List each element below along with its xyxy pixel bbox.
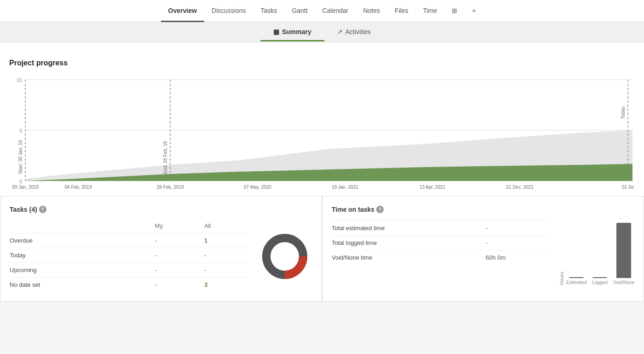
activities-icon: ↗ xyxy=(337,28,343,35)
svg-text:13 Apr, 2021: 13 Apr, 2021 xyxy=(420,185,446,190)
tasks-table-row: Overdue - 1 xyxy=(10,233,248,248)
task-row-label: Overdue xyxy=(10,233,155,248)
tasks-table-row: Upcoming - - xyxy=(10,263,248,278)
nav-item-overview[interactable]: Overview xyxy=(161,0,204,22)
project-progress-section: Project progress 10 5 0 Start: 30 Jan, xyxy=(9,52,635,196)
svg-text:30 Jan, 2019: 30 Jan, 2019 xyxy=(12,185,39,190)
time-row-value: - xyxy=(486,236,550,250)
task-row-label: Today xyxy=(10,248,155,263)
bar-col-void: Void/None xyxy=(613,223,634,285)
tasks-panel: Tasks (4) ? My All Overdue - 1 xyxy=(0,197,322,302)
bar-chart: Estimated Logged Void/None xyxy=(566,221,634,285)
svg-text:End: 28 Feb, 19: End: 28 Feb, 19 xyxy=(163,141,168,174)
time-row-value: 60h 0m xyxy=(486,250,550,265)
nav-item-chart-icon[interactable]: ⊞ xyxy=(444,0,465,22)
tasks-table: My All Overdue - 1 Today - - Upcoming - … xyxy=(10,221,248,292)
tasks-table-row: Today - - xyxy=(10,248,248,263)
time-panel-content: Total estimated time - Total logged time… xyxy=(332,221,634,285)
bar-col-estimated: Estimated xyxy=(566,277,586,285)
top-navigation: Overview Discussions Tasks Gantt Calenda… xyxy=(0,0,644,22)
time-table: Total estimated time - Total logged time… xyxy=(332,221,550,285)
chart-title: Project progress xyxy=(9,59,635,67)
svg-text:21 Dec, 2021: 21 Dec, 2021 xyxy=(506,185,534,190)
bottom-panels: Tasks (4) ? My All Overdue - 1 xyxy=(0,196,644,302)
tab-summary[interactable]: ▦ Summary xyxy=(260,23,324,41)
bar-label-void: Void/None xyxy=(613,280,634,285)
col-my-header: My xyxy=(155,221,204,233)
tasks-panel-content: My All Overdue - 1 Today - - Upcoming - … xyxy=(10,221,312,292)
task-row-all: - xyxy=(204,263,248,278)
task-row-label: No date set xyxy=(10,278,155,292)
svg-text:Today: Today xyxy=(621,106,626,119)
svg-text:07 May, 2020: 07 May, 2020 xyxy=(244,185,271,190)
task-row-my: - xyxy=(155,248,204,263)
svg-text:5: 5 xyxy=(19,128,22,133)
svg-text:0: 0 xyxy=(19,179,22,184)
time-panel-header: Time on tasks ? xyxy=(332,206,634,213)
time-row-label: Void/None time xyxy=(332,250,486,265)
svg-text:Start: 30 Jan, 19: Start: 30 Jan, 19 xyxy=(18,140,23,174)
donut-chart xyxy=(257,221,312,292)
time-row-value: - xyxy=(486,221,550,236)
nav-item-notes[interactable]: Notes xyxy=(356,0,387,22)
time-help-icon[interactable]: ? xyxy=(376,206,384,213)
time-table-row: Total estimated time - xyxy=(332,221,550,236)
task-row-my: - xyxy=(155,233,204,248)
task-row-all: - xyxy=(204,248,248,263)
bar-void xyxy=(616,223,631,278)
nav-item-add[interactable]: + xyxy=(465,0,483,22)
bar-chart-y-label: Hours xyxy=(559,272,564,285)
nav-item-calendar[interactable]: Calendar xyxy=(315,0,356,22)
bar-chart-wrapper: Hours Estimated Logged Void/None xyxy=(559,221,634,285)
tasks-help-icon[interactable]: ? xyxy=(39,206,46,213)
bar-estimated xyxy=(569,277,584,278)
time-panel: Time on tasks ? Total estimated time - T… xyxy=(322,197,644,302)
bar-chart-icon: ⊞ xyxy=(452,7,457,14)
sub-tabs: ▦ Summary ↗ Activities xyxy=(0,22,644,42)
nav-item-time[interactable]: Time xyxy=(416,0,445,22)
progress-chart: 10 5 0 Start: 30 Jan, 19 End: 28 Feb, xyxy=(9,73,635,192)
nav-item-tasks[interactable]: Tasks xyxy=(253,0,285,22)
nav-item-files[interactable]: Files xyxy=(387,0,416,22)
time-table-row: Void/None time 60h 0m xyxy=(332,250,550,265)
time-table-row: Total logged time - xyxy=(332,236,550,250)
svg-text:01 Se: 01 Se xyxy=(622,185,634,190)
tasks-table-row: No date set - 3 xyxy=(10,278,248,292)
task-row-my: - xyxy=(155,278,204,292)
main-content: Project progress 10 5 0 Start: 30 Jan, xyxy=(0,42,644,196)
bar-col-logged: Logged xyxy=(592,277,607,285)
col-all-header: All xyxy=(204,221,248,233)
svg-point-22 xyxy=(272,244,298,269)
svg-text:10: 10 xyxy=(17,77,22,83)
bar-label-estimated: Estimated xyxy=(566,280,586,285)
task-row-all: 3 xyxy=(204,278,248,292)
task-row-my: - xyxy=(155,263,204,278)
task-row-all: 1 xyxy=(204,233,248,248)
time-row-label: Total estimated time xyxy=(332,221,486,236)
col-label-header xyxy=(10,221,155,233)
tasks-panel-header: Tasks (4) ? xyxy=(10,206,312,213)
summary-icon: ▦ xyxy=(273,28,279,35)
svg-text:04 Feb, 2019: 04 Feb, 2019 xyxy=(65,185,92,190)
svg-text:18 Jan, 2021: 18 Jan, 2021 xyxy=(332,185,358,190)
svg-text:28 Feb, 2019: 28 Feb, 2019 xyxy=(157,185,184,190)
nav-item-discussions[interactable]: Discussions xyxy=(204,0,253,22)
plus-icon: + xyxy=(472,7,476,14)
task-row-label: Upcoming xyxy=(10,263,155,278)
bar-label-logged: Logged xyxy=(592,280,607,285)
tab-activities[interactable]: ↗ Activities xyxy=(324,23,384,41)
nav-item-gantt[interactable]: Gantt xyxy=(284,0,315,22)
bar-logged xyxy=(592,277,607,278)
time-row-label: Total logged time xyxy=(332,236,486,250)
chart-svg: 10 5 0 Start: 30 Jan, 19 End: 28 Feb, xyxy=(9,73,635,192)
